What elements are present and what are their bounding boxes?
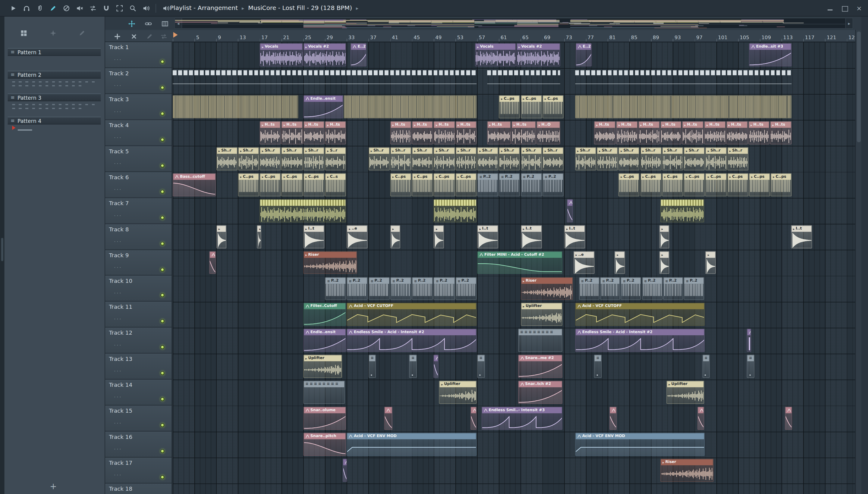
p-2-clip[interactable]: ≡P..2 (621, 277, 641, 300)
hit-clip[interactable]: ▸ (434, 225, 444, 248)
vocals-clip[interactable]: ▸Vocals (260, 43, 303, 66)
hit-clip[interactable]: ▸ (659, 251, 669, 274)
c-ps-clip[interactable]: ▸C..ps (260, 173, 281, 196)
snar-tch-2-clip[interactable]: Snar..tch #2 (518, 381, 562, 404)
pattern-item-1[interactable]: ≡ Pattern 1 (8, 48, 101, 56)
i-t-clip[interactable]: ▸I..t (303, 225, 324, 248)
uplifter-clip[interactable]: ▸Uplifter (303, 355, 343, 378)
track-header-8[interactable]: Track 8 ··· (105, 224, 172, 250)
h-ts-clip[interactable]: ▸H..ts (512, 121, 536, 144)
sh-r-clip[interactable]: ▸Sh..r (238, 147, 259, 170)
h-ts-clip[interactable]: ▸H..ts (412, 121, 433, 144)
c-ps-clip[interactable]: ▸C..ps (390, 173, 411, 196)
maximize-button[interactable] (842, 5, 848, 12)
snare-me-2-clip[interactable]: Snare..me #2 (518, 355, 562, 378)
track-mute-led[interactable] (161, 423, 165, 427)
vertical-scrollbar-handle[interactable] (857, 32, 861, 142)
pencil-icon[interactable] (145, 32, 153, 41)
i-t-clip[interactable]: ▸I..t (564, 225, 585, 248)
mini-clip[interactable]: ≡ (477, 355, 485, 378)
c-ps-clip[interactable]: ▸C..ps (303, 173, 324, 196)
miniblocks-clip[interactable]: ≡≡≡≡≡≡≡≡ (303, 381, 345, 404)
h-ts-clip[interactable]: ▸H..ts (749, 121, 770, 144)
track-options-dots[interactable]: ··· (114, 109, 122, 114)
track-header-14[interactable]: Track 14 ··· (105, 380, 172, 405)
track-options-dots[interactable]: ··· (114, 187, 122, 192)
sh-r-clip[interactable]: ▸Sh..r (434, 147, 455, 170)
sh-r-clip[interactable]: ▸Sh..r (662, 147, 683, 170)
h-ts-clip[interactable]: ▸H..ts (682, 121, 704, 144)
c-ps-clip[interactable]: ▸C..ps (238, 173, 259, 196)
track-mute-led[interactable] (161, 138, 165, 141)
mini-clip[interactable]: ≡ (747, 355, 754, 378)
sh-r-clip[interactable]: ▸Sh..r (303, 147, 324, 170)
p-2-clip[interactable]: ≡P..2 (684, 277, 704, 300)
sh-r-clip[interactable]: ▸Sh..r (456, 147, 477, 170)
sparkle-icon[interactable] (49, 29, 57, 37)
sh-r-clip[interactable]: ▸Sh..r (216, 147, 237, 170)
auto-clip[interactable] (470, 407, 477, 430)
p-2-clip[interactable]: ≡P..2 (412, 277, 433, 300)
p-2-clip[interactable]: ≡P..2 (390, 277, 411, 300)
track-header-17[interactable]: Track 17 ··· (105, 458, 172, 483)
cross-icon[interactable] (130, 32, 138, 41)
s-r-clip[interactable]: ▸S..r (325, 147, 346, 170)
c-ps-clip[interactable]: ▸C..ps (662, 173, 683, 196)
arrows-icon[interactable] (89, 4, 97, 12)
vocals-2-clip[interactable]: ▸Vocals #2 (516, 43, 560, 66)
track-mute-led[interactable] (161, 475, 165, 479)
track-header-13[interactable]: Track 13 ··· (105, 354, 172, 380)
track-mute-led[interactable] (161, 397, 165, 401)
track-options-dots[interactable]: ··· (114, 369, 122, 374)
filter-mini-acid-cutoff-2-clip[interactable]: Filter MINI - Acid - Cutoff #2 (477, 251, 562, 274)
arrangement-overview-scrollbar[interactable]: ◂ ▸ (174, 18, 853, 29)
track-mute-led[interactable] (161, 164, 165, 168)
h-o-clip[interactable]: ▸H..O (536, 121, 560, 144)
vertical-scrollbar[interactable] (855, 30, 861, 494)
track-header-5[interactable]: Track 5 ··· (105, 146, 172, 172)
i-t-clip[interactable]: ▸I..t (791, 225, 812, 248)
uplifter-clip[interactable]: ▸Uplifter (666, 381, 704, 404)
bass-cutoff-clip[interactable]: Bass..cutoff (173, 173, 216, 196)
track-mute-led[interactable] (161, 242, 165, 246)
track-options-dots[interactable]: ··· (114, 135, 122, 140)
sh-r-clip[interactable]: ▸Sh..r (575, 147, 596, 170)
no-entry-icon[interactable] (62, 4, 71, 12)
plus-icon[interactable] (113, 32, 122, 41)
track-header-12[interactable]: Track 12 ··· (105, 328, 172, 354)
auto-clip[interactable] (384, 407, 392, 430)
c-ps-clip[interactable]: ▸C..ps (618, 173, 640, 196)
timeline-ruler[interactable]: 5913172125293337414549535761656973778185… (173, 30, 855, 42)
blocks-clip[interactable] (575, 69, 792, 92)
mini-clip[interactable]: ≡ (368, 355, 376, 378)
auto-clip[interactable] (785, 407, 792, 430)
i-t-clip[interactable]: ▸I..t (520, 225, 541, 248)
sh-r-clip[interactable]: ▸Sh..r (499, 147, 520, 170)
crosshair-icon[interactable] (127, 19, 136, 28)
swap-icon[interactable] (160, 32, 168, 41)
track-options-dots[interactable]: ··· (114, 343, 122, 348)
sh-r-clip[interactable]: ▸Sh..r (390, 147, 411, 170)
gridpicker-icon[interactable] (19, 29, 28, 37)
c-ps-clip[interactable]: ▸C..ps (684, 173, 705, 196)
track-options-dots[interactable]: ··· (114, 473, 122, 478)
hit-clip[interactable]: ▸ (216, 225, 226, 248)
e-clip[interactable]: ▸..e (347, 225, 368, 248)
track-mute-led[interactable] (161, 345, 165, 349)
pataudio-clip[interactable] (660, 199, 704, 222)
stripes-clip[interactable] (344, 95, 477, 118)
h-ts-clip[interactable]: ▸H..ts (325, 121, 346, 144)
add-pattern-button[interactable]: + (47, 480, 60, 492)
sh-r-clip[interactable]: ▸Sh..r (520, 147, 541, 170)
endless-smile-acid-intensit-2-clip[interactable]: Endless Smile - Acid - Intensit #2 (347, 329, 477, 352)
h-ts-clip[interactable]: ▸H..ts (281, 121, 302, 144)
p-2-clip[interactable]: ≡P..2 (325, 277, 346, 300)
sh-r-clip[interactable]: ▸Sh..r (705, 147, 727, 170)
p-2-clip[interactable]: ≡P..2 (642, 277, 663, 300)
sh-r-clip[interactable]: ▸Sh..r (597, 147, 618, 170)
track-header-4[interactable]: Track 4 ··· (105, 120, 172, 146)
p-2-clip[interactable]: ≡P..2 (520, 173, 541, 196)
i-t-clip[interactable]: ▸I..t (477, 225, 498, 248)
track-header-6[interactable]: Track 6 ··· (105, 172, 172, 198)
h-ts-clip[interactable]: ▸H..ts (770, 121, 792, 144)
